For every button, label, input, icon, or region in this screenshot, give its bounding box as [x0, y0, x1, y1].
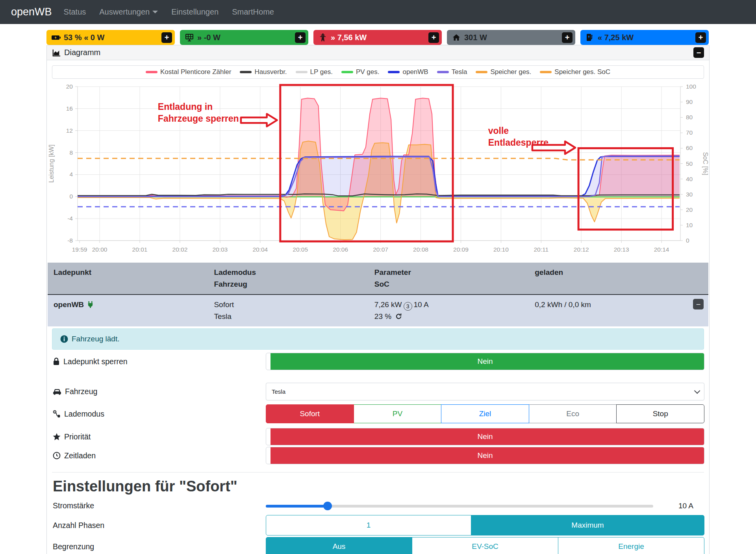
app-brand[interactable]: openWB [11, 6, 52, 18]
badge-battery-expand-button[interactable]: + [161, 32, 172, 43]
lock-toggle-value: Nein [266, 353, 704, 370]
svg-text:80: 80 [686, 114, 693, 120]
svg-text:Entladung in: Entladung in [158, 102, 213, 112]
current-row: Stromstärke 10 A [47, 501, 704, 510]
legend-item-4[interactable]: openWB [388, 68, 428, 76]
current-value: 10 A [669, 502, 704, 510]
chargepoint-charged-cell: 0,2 kWh / 0,0 km [535, 299, 708, 322]
priority-toggle[interactable]: Nein [266, 428, 704, 445]
legend-swatch-icon [437, 71, 449, 73]
refresh-soc-icon[interactable] [395, 313, 402, 320]
phases-row: Anzahl Phasen 1 Maximum [47, 515, 704, 535]
svg-text:20:08: 20:08 [413, 246, 428, 253]
svg-text:4: 4 [69, 171, 73, 178]
vehicle-select[interactable]: Tesla [266, 383, 704, 400]
chargemode-button-ziel[interactable]: Ziel [441, 404, 529, 423]
chargemode-button-stop[interactable]: Stop [616, 404, 704, 423]
chargepoint-collapse-button[interactable]: − [693, 299, 704, 309]
svg-text:20:06: 20:06 [333, 246, 348, 253]
svg-text:-4: -4 [67, 215, 73, 222]
priority-row: Priorität Nein [47, 428, 704, 445]
svg-text:30: 30 [686, 191, 693, 198]
dropdown-caret-icon [152, 11, 158, 13]
badge-house[interactable]: 301 W + [447, 30, 575, 45]
limit-button-energie[interactable]: Energie [558, 537, 704, 554]
svg-text:volle: volle [488, 126, 509, 136]
power-chart: 201612840-4-8100908070605040302010019:59… [47, 80, 709, 258]
badge-chargepoint[interactable]: « 7,25 kW + [580, 30, 709, 45]
timecharge-row: Zeitladen Nein [47, 447, 704, 464]
current-slider-knob[interactable] [323, 502, 332, 510]
legend-item-2[interactable]: LP ges. [296, 68, 333, 76]
svg-text:0: 0 [686, 237, 689, 244]
badge-grid-text: » 7,56 kW [331, 33, 367, 42]
svg-text:20:03: 20:03 [212, 246, 228, 253]
phases-button-maximum[interactable]: Maximum [471, 515, 704, 535]
chargemode-button-pv[interactable]: PV [354, 404, 442, 423]
charging-station-icon [585, 33, 595, 42]
limit-label: Begrenzung [47, 542, 266, 551]
chargemode-button-eco[interactable]: Eco [529, 404, 617, 423]
svg-text:20:07: 20:07 [373, 246, 388, 253]
current-slider[interactable] [266, 502, 653, 510]
badge-pv-expand-button[interactable]: + [295, 32, 306, 43]
legend-item-3[interactable]: PV ges. [341, 68, 380, 76]
legend-item-0[interactable]: Kostal Plenticore Zähler [146, 68, 231, 76]
badge-pv-text: » -0 W [197, 33, 220, 42]
svg-text:60: 60 [686, 145, 693, 151]
svg-text:20:04: 20:04 [252, 246, 268, 253]
nav-item-einstellungen[interactable]: Einstellungen [171, 7, 219, 17]
current-slider-fill [266, 505, 328, 508]
svg-text:20:10: 20:10 [493, 246, 509, 253]
legend-item-1[interactable]: Hausverbr. [240, 68, 287, 76]
lock-icon [53, 358, 60, 365]
power-tower-icon [318, 33, 328, 42]
svg-text:12: 12 [66, 127, 73, 134]
charging-info-text: Fahrzeug lädt. [72, 335, 119, 343]
info-icon [60, 335, 68, 343]
chargemode-label: Lademodus [47, 409, 266, 419]
badge-battery-text: 53 % « 0 W [64, 33, 104, 42]
legend-swatch-icon [540, 71, 552, 73]
navbar: openWB Status Auswertungen Einstellungen… [0, 0, 756, 24]
chargemode-button-sofort[interactable]: Sofort [266, 404, 354, 423]
nav-item-smarthome[interactable]: SmartHome [232, 7, 274, 17]
badge-grid[interactable]: » 7,56 kW + [313, 30, 442, 45]
nav-item-status[interactable]: Status [64, 7, 86, 17]
badge-pv[interactable]: » -0 W + [180, 30, 308, 45]
car-icon [53, 388, 61, 395]
timecharge-toggle-value: Nein [266, 447, 704, 464]
badge-grid-expand-button[interactable]: + [428, 32, 439, 43]
battery-icon [51, 33, 61, 42]
diagram-collapse-button[interactable]: − [693, 47, 704, 58]
lock-toggle[interactable]: Nein [266, 353, 704, 370]
charging-info-alert: Fahrzeug lädt. [52, 328, 704, 350]
timecharge-toggle[interactable]: Nein [266, 447, 704, 464]
badge-house-expand-button[interactable]: + [562, 32, 573, 43]
legend-item-5[interactable]: Tesla [437, 68, 467, 76]
phase-count-icon: 3 [404, 302, 412, 311]
chargepoint-table: Ladepunkt LademodusFahrzeug ParameterSoC… [48, 263, 708, 326]
vehicle-row: Fahrzeug Tesla [47, 383, 704, 400]
limit-button-aus[interactable]: Aus [266, 537, 412, 554]
svg-text:SoC [%]: SoC [%] [702, 152, 709, 175]
svg-text:10: 10 [686, 222, 693, 228]
header-geladen: geladen [535, 267, 708, 290]
badge-chargepoint-expand-button[interactable]: + [695, 32, 706, 43]
limit-button-evsoc[interactable]: EV-SoC [412, 537, 558, 554]
svg-text:70: 70 [686, 129, 693, 136]
header-ladepunkt: Ladepunkt [54, 267, 214, 290]
svg-text:100: 100 [686, 83, 696, 90]
svg-text:20:00: 20:00 [92, 246, 107, 253]
legend-swatch-icon [296, 71, 308, 73]
nav-item-auswertungen[interactable]: Auswertungen [99, 7, 158, 17]
chargepoint-row: openWB Sofort Tesla 7,26 kW310 A 23 % 0,… [48, 294, 708, 326]
header-parameter-soc: ParameterSoC [374, 267, 535, 290]
house-icon [452, 33, 461, 42]
badge-battery[interactable]: 53 % « 0 W + [46, 30, 175, 45]
charging-cable-icon [53, 410, 61, 418]
legend-item-6[interactable]: Speicher ges. [476, 68, 531, 76]
phases-button-1[interactable]: 1 [266, 515, 471, 535]
chargepoint-name-cell: openWB [54, 299, 214, 322]
legend-item-7[interactable]: Speicher ges. SoC [540, 68, 610, 76]
